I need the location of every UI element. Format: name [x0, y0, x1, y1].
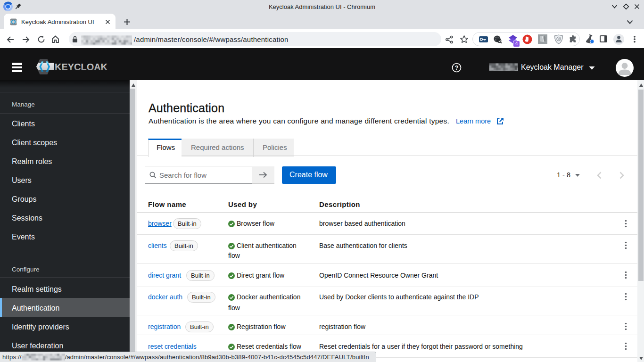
svg-text:?: ?	[455, 65, 459, 71]
svg-text:KEYCLOAK: KEYCLOAK	[55, 62, 107, 72]
